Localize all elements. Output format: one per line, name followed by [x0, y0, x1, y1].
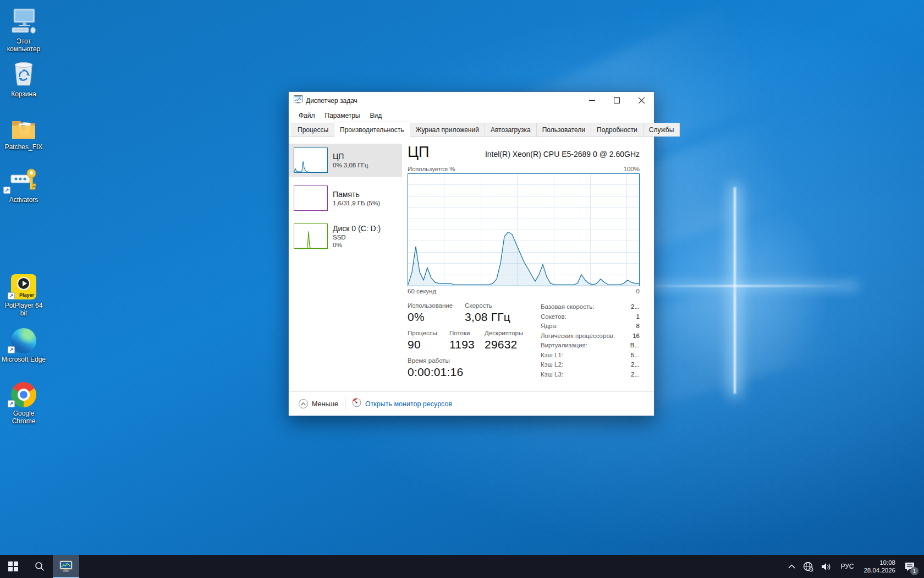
handles-label: Дескрипторы: [485, 330, 523, 336]
uptime-value: 0:00:01:16: [408, 366, 463, 379]
cpu-heading: ЦП: [408, 144, 429, 160]
sidebar-item-disk0[interactable]: Диск 0 (C: D:) SSD 0%: [289, 220, 402, 253]
sidebar-memory-title: Память: [333, 190, 380, 199]
language-indicator[interactable]: РУС: [835, 563, 859, 570]
speaker-icon: [821, 562, 832, 571]
cpu-stats: Использование 0% Скорость 3,08 ГГц Проце…: [408, 302, 541, 385]
detail-label: Кэш L1:: [541, 351, 563, 361]
fewer-details-button[interactable]: Меньше: [299, 399, 338, 408]
desktop-icon-edge[interactable]: ↗ Microsoft Edge: [1, 325, 46, 363]
clock-time: 10:08: [864, 559, 895, 566]
search-icon: [35, 561, 45, 571]
detail-value: 2...: [631, 302, 640, 312]
shortcut-arrow-icon: ↗: [8, 292, 15, 299]
desktop-icon-chrome[interactable]: ↗ Google Chrome: [1, 379, 46, 425]
sidebar-item-memory[interactable]: Память 1,6/31,9 ГБ (5%): [289, 182, 402, 215]
sidebar-cpu-title: ЦП: [333, 152, 368, 161]
wallpaper-window-horizontal-edge: [641, 285, 855, 287]
tray-expand-button[interactable]: [784, 555, 799, 578]
shortcut-arrow-icon: ↗: [8, 400, 15, 407]
performance-sidebar: ЦП 0% 3,08 ГГц Память 1,6/31,9 ГБ (5%): [289, 137, 402, 391]
open-resource-monitor-link[interactable]: Открыть монитор ресурсов: [365, 400, 452, 408]
maximize-button[interactable]: [604, 92, 629, 109]
network-status-button[interactable]: [799, 555, 817, 578]
clock-date: 28.04.2026: [864, 566, 895, 574]
resource-monitor-icon: [352, 398, 361, 410]
desktop-icon-potplayer[interactable]: Player ↗ PotPlayer 64 bit: [1, 271, 46, 317]
detail-label: Кэш L2:: [541, 360, 563, 370]
threads-value: 1193: [449, 338, 485, 351]
globe-network-icon: [803, 561, 813, 572]
windows-logo-icon: [8, 561, 18, 571]
chevron-up-icon: [788, 564, 795, 569]
task-manager-app-icon: [294, 95, 302, 106]
volume-button[interactable]: [817, 555, 835, 578]
chart-x-left-label: 60 секунд: [408, 288, 436, 295]
search-button[interactable]: [26, 555, 53, 578]
desktop-icon-this-pc[interactable]: Этот компьютер: [1, 7, 46, 53]
minimize-button[interactable]: [580, 92, 604, 109]
edge-icon: ↗: [1, 325, 46, 353]
chrome-icon: ↗: [1, 379, 46, 407]
desktop-icon-patches-fix[interactable]: Patches_FIX: [1, 112, 46, 151]
disk-mini-chart: [294, 223, 328, 249]
menu-options[interactable]: Параметры: [320, 110, 365, 121]
usage-value: 0%: [408, 310, 465, 324]
chart-y-max-label: 100%: [624, 166, 640, 172]
detail-label: Сокетов:: [541, 312, 566, 322]
tab-services[interactable]: Службы: [643, 123, 680, 137]
handles-value: 29632: [485, 338, 523, 351]
sidebar-disk-title: Диск 0 (C: D:): [333, 224, 381, 233]
wallpaper-window-vertical-edge: [734, 187, 736, 394]
processes-value: 90: [408, 338, 449, 351]
taskbar: РУС 10:08 28.04.2026 1: [0, 555, 924, 578]
folder-icon: [1, 112, 46, 141]
notification-badge: 1: [910, 567, 919, 575]
detail-value: 16: [632, 331, 640, 341]
desktop-icon-label: Activators: [1, 196, 46, 204]
shortcut-arrow-icon: ↗: [8, 346, 15, 353]
system-tray: РУС 10:08 28.04.2026 1: [784, 555, 924, 578]
detail-value: 5...: [631, 351, 640, 361]
action-center-button[interactable]: 1: [900, 555, 921, 578]
speed-value: 3,08 ГГц: [465, 310, 510, 324]
cpu-mini-chart: [294, 148, 328, 173]
start-button[interactable]: [0, 555, 26, 578]
tab-strip: Процессы Производительность Журнал прило…: [289, 122, 654, 137]
tab-startup[interactable]: Автозагрузка: [485, 123, 537, 137]
desktop-icon-label: Microsoft Edge: [1, 356, 46, 363]
detail-label: Кэш L3:: [541, 370, 563, 380]
cpu-usage-chart: [408, 173, 640, 286]
sidebar-item-cpu[interactable]: ЦП 0% 3,08 ГГц: [289, 144, 402, 177]
menu-file[interactable]: Файл: [294, 110, 320, 121]
close-button[interactable]: [629, 92, 654, 109]
threads-label: Потоки: [449, 330, 485, 336]
cpu-model: Intel(R) Xeon(R) CPU E5-2689 0 @ 2.60GHz: [485, 150, 640, 160]
cpu-panel: ЦП Intel(R) Xeon(R) CPU E5-2689 0 @ 2.60…: [402, 137, 654, 391]
taskbar-task-manager-button[interactable]: [53, 555, 79, 578]
potplayer-icon: Player ↗: [1, 271, 46, 299]
detail-value: В...: [630, 341, 640, 351]
desktop-icon-label: Этот компьютер: [1, 37, 46, 53]
tab-details[interactable]: Подробности: [591, 123, 644, 137]
tab-processes[interactable]: Процессы: [292, 123, 334, 137]
cpu-details: Базовая скорость:2... Сокетов:1 Ядра:8 Л…: [541, 302, 640, 385]
desktop-icon-label: Корзина: [1, 90, 46, 98]
detail-label: Базовая скорость:: [541, 302, 594, 312]
window-title: Диспетчер задач: [306, 97, 580, 105]
processes-label: Процессы: [408, 330, 449, 336]
desktop-icon-recycle-bin[interactable]: Корзина: [1, 59, 46, 98]
memory-mini-chart: [294, 186, 328, 211]
tab-users[interactable]: Пользователи: [536, 123, 591, 137]
clock[interactable]: 10:08 28.04.2026: [859, 559, 900, 574]
detail-value: 8: [636, 321, 640, 331]
footer-separator: [345, 399, 345, 409]
menu-view[interactable]: Вид: [365, 110, 387, 121]
tab-app-history[interactable]: Журнал приложений: [410, 123, 485, 137]
shortcut-arrow-icon: ↗: [3, 187, 10, 194]
desktop-icon-label: Google Chrome: [1, 410, 46, 425]
task-manager-window: Диспетчер задач Файл Параметры Вид Проце…: [288, 91, 654, 416]
tab-performance[interactable]: Производительность: [334, 122, 410, 137]
title-bar[interactable]: Диспетчер задач: [289, 92, 654, 109]
desktop-icon-activators[interactable]: ↗ Activators: [1, 165, 46, 204]
